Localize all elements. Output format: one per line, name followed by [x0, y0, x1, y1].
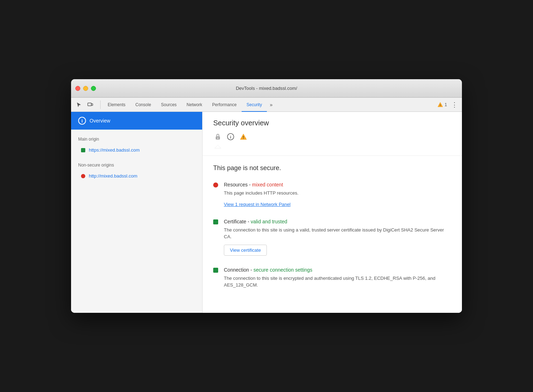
- title-bar: DevTools - mixed.badssl.com/: [71, 79, 462, 98]
- red-dot-icon: [213, 183, 218, 187]
- green-square-icon: [213, 219, 218, 224]
- connection-prefix: Connection -: [224, 267, 253, 273]
- connection-indicator: [213, 268, 218, 293]
- sidebar: i Overview Main origin https://mixed.bad…: [71, 112, 203, 313]
- certificate-content: Certificate - valid and trusted The conn…: [224, 219, 451, 256]
- security-header: Security overview i: [203, 112, 462, 156]
- security-body: This page is not secure. Resources - mix…: [203, 156, 462, 313]
- more-options-button[interactable]: ⋮: [450, 99, 459, 110]
- connection-section: Connection - secure connection settings …: [213, 267, 451, 293]
- non-secure-origin-url: http://mixed.badssl.com: [89, 173, 138, 179]
- tab-security[interactable]: Security: [242, 98, 267, 112]
- certificate-description: The connection to this site is using a v…: [224, 227, 451, 240]
- svg-rect-1: [91, 104, 93, 105]
- tab-elements[interactable]: Elements: [103, 98, 130, 112]
- svg-text:!: !: [440, 104, 441, 107]
- network-panel-link[interactable]: View 1 request in Network Panel: [224, 202, 291, 207]
- resources-heading: Resources - mixed content: [224, 182, 451, 187]
- connection-description: The connection to this site is encrypted…: [224, 275, 451, 289]
- security-overview-title: Security overview: [213, 119, 451, 127]
- info-circle-icon: i: [78, 117, 86, 125]
- overview-label: Overview: [90, 118, 110, 124]
- main-origin-label: Main origin: [71, 130, 202, 145]
- certificate-status: valid and trusted: [251, 219, 287, 224]
- svg-rect-0: [88, 103, 91, 106]
- svg-text:i: i: [230, 135, 231, 139]
- sidebar-item-overview[interactable]: i Overview: [71, 112, 202, 130]
- tab-console[interactable]: Console: [130, 98, 156, 112]
- toolbar-icon-group: [74, 100, 95, 110]
- svg-point-4: [217, 138, 219, 139]
- insecure-origin-indicator: [81, 174, 85, 178]
- resources-content: Resources - mixed content This page incl…: [224, 182, 451, 207]
- main-content: i Overview Main origin https://mixed.bad…: [71, 112, 462, 313]
- minimize-button[interactable]: [83, 86, 88, 91]
- warning-count: 1: [445, 102, 447, 107]
- info-icon: i: [226, 132, 235, 141]
- resources-prefix: Resources -: [224, 182, 252, 187]
- certificate-heading: Certificate - valid and trusted: [224, 219, 451, 224]
- traffic-lights: [75, 86, 96, 91]
- security-icons-row: i !: [213, 132, 451, 141]
- certificate-indicator: [213, 219, 218, 256]
- green-square-connection-icon: [213, 268, 218, 273]
- resources-indicator: [213, 183, 218, 207]
- window-title: DevTools - mixed.badssl.com/: [236, 86, 297, 91]
- sidebar-main-origin[interactable]: https://mixed.badssl.com: [71, 145, 202, 156]
- sidebar-non-secure-origin[interactable]: http://mixed.badssl.com: [71, 170, 202, 181]
- secure-origin-indicator: [81, 148, 85, 152]
- toolbar-right: ! 1 ⋮: [437, 99, 459, 110]
- device-icon[interactable]: [85, 100, 95, 110]
- panel-pointer: [215, 143, 451, 150]
- warning-badge[interactable]: ! 1: [437, 102, 447, 108]
- tab-performance[interactable]: Performance: [207, 98, 242, 112]
- tab-sources[interactable]: Sources: [156, 98, 182, 112]
- resources-status: mixed content: [252, 182, 283, 187]
- tab-network[interactable]: Network: [182, 98, 207, 112]
- cursor-icon[interactable]: [74, 100, 84, 110]
- warning-triangle-icon: !: [239, 132, 248, 141]
- page-not-secure-text: This page is not secure.: [213, 164, 451, 172]
- lock-icon: [213, 132, 222, 141]
- security-panel: Security overview i: [203, 112, 462, 313]
- close-button[interactable]: [75, 86, 80, 91]
- view-certificate-button[interactable]: View certificate: [224, 245, 267, 256]
- connection-heading: Connection - secure connection settings: [224, 267, 451, 273]
- toolbar: Elements Console Sources Network Perform…: [71, 98, 462, 112]
- toolbar-divider: [100, 100, 101, 109]
- resources-section: Resources - mixed content This page incl…: [213, 182, 451, 207]
- connection-content: Connection - secure connection settings …: [224, 267, 451, 293]
- non-secure-origins-label: Non-secure origins: [71, 156, 202, 170]
- more-tabs-button[interactable]: »: [267, 102, 275, 108]
- svg-text:!: !: [243, 136, 244, 140]
- certificate-section: Certificate - valid and trusted The conn…: [213, 219, 451, 256]
- devtools-window: DevTools - mixed.badssl.com/ Elements Co…: [71, 79, 462, 313]
- resources-description: This page includes HTTP resources.: [224, 190, 451, 197]
- main-origin-url: https://mixed.badssl.com: [89, 147, 140, 153]
- connection-status: secure connection settings: [253, 267, 312, 273]
- certificate-prefix: Certificate -: [224, 219, 251, 224]
- maximize-button[interactable]: [91, 86, 96, 91]
